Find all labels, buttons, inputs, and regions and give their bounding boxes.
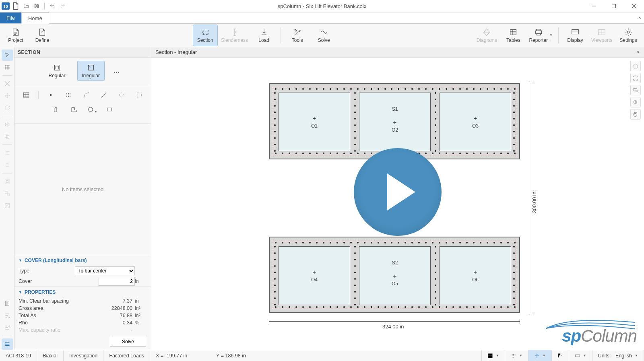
grid-tool-icon[interactable] [63, 90, 74, 100]
status-grid1-button[interactable]: ▼ [482, 350, 505, 361]
viewports-label: Viewports [591, 37, 612, 43]
cover-input[interactable] [99, 277, 135, 286]
home-view-icon[interactable] [630, 61, 641, 71]
select-tool-icon[interactable] [2, 50, 13, 61]
cover-label: Cover [19, 278, 99, 284]
solve-label: Solve [318, 37, 330, 43]
ribbon-collapse-icon[interactable] [634, 12, 644, 23]
plus-icon: + [474, 115, 477, 122]
regular-mode-button[interactable]: Regular [43, 61, 71, 81]
tab-home[interactable]: Home [21, 12, 49, 24]
minimize-button[interactable] [584, 0, 604, 12]
chevron-down-icon[interactable]: ▼ [549, 33, 553, 37]
settings-label: Settings [619, 37, 637, 43]
zoom-in-icon[interactable] [630, 85, 641, 95]
circle-points-tool-icon[interactable] [116, 90, 127, 100]
point-tool-icon[interactable] [45, 90, 56, 100]
hatch-icon [2, 200, 13, 211]
status-grid2-button[interactable]: ▼ [505, 350, 528, 361]
tab-file[interactable]: File [0, 12, 21, 23]
svg-point-44 [513, 354, 514, 355]
svg-rect-18 [54, 65, 60, 70]
maximize-button[interactable] [604, 0, 624, 12]
svg-point-43 [512, 354, 513, 355]
reporter-button[interactable]: Reporter ▼ [527, 25, 554, 46]
opening-o1: + O1 [279, 93, 350, 151]
canvas-menu-icon[interactable]: ▼ [636, 50, 640, 54]
status-units-button[interactable]: Units: English ▼ [592, 350, 644, 361]
load-button[interactable]: Load [252, 25, 277, 46]
cover-section-header[interactable]: ▼ COVER (Longitudinal bars) [14, 255, 151, 266]
dimension-width-label: 324.00 in [382, 324, 405, 330]
close-button[interactable] [624, 0, 644, 12]
zoom-center-icon[interactable] [630, 97, 641, 107]
shape-tool-icon[interactable] [51, 105, 62, 114]
more-modes-button[interactable]: … [111, 67, 122, 74]
property-row: Min. Clear bar spacing7.37in [14, 297, 151, 305]
svg-rect-20 [23, 93, 29, 97]
display-button[interactable]: Display [563, 25, 588, 46]
play-button[interactable] [354, 148, 442, 236]
status-snap-button[interactable] [552, 350, 569, 361]
define-button[interactable]: Define [30, 25, 55, 46]
app-icon[interactable]: sp [2, 2, 10, 10]
status-layout-button[interactable]: ▼ [569, 350, 592, 361]
tables-label: Tables [506, 37, 520, 43]
plus-icon: + [313, 268, 316, 275]
svg-point-35 [120, 93, 124, 97]
panel-toggle-icon[interactable] [2, 338, 13, 350]
project-button[interactable]: Project [3, 25, 28, 46]
svg-rect-1 [202, 30, 208, 34]
status-precision-button[interactable]: ▼ [528, 350, 552, 361]
table-tool-icon[interactable] [21, 90, 32, 100]
copy-icon [2, 131, 13, 142]
solve-button[interactable]: Solve [312, 25, 336, 46]
svg-point-45 [515, 354, 516, 355]
status-code: ACI 318-19 [0, 350, 37, 361]
svg-point-30 [70, 96, 70, 97]
svg-rect-0 [612, 4, 616, 8]
quick-access-toolbar: sp [0, 2, 67, 10]
settings-button[interactable]: Settings [616, 25, 641, 46]
undo-icon[interactable] [48, 2, 57, 10]
solid-s2-label: S2 [392, 260, 398, 266]
tools-button[interactable]: Tools [285, 25, 310, 46]
rect-tool-icon[interactable] [104, 105, 115, 114]
notes-icon[interactable] [2, 298, 13, 309]
section-button[interactable]: Section [193, 25, 218, 46]
regular-label: Regular [48, 73, 65, 78]
properties-section-header[interactable]: ▼ PROPERTIES [14, 287, 151, 297]
new-file-icon[interactable] [11, 2, 20, 10]
redo-icon[interactable] [58, 2, 67, 10]
grid-tool-icon[interactable] [2, 62, 13, 73]
dimension-height [529, 83, 529, 313]
property-value: 76.88 [99, 313, 135, 318]
solve-action-button[interactable]: Solve [110, 337, 146, 347]
dimension-width [269, 321, 520, 322]
canvas[interactable]: + O1 S1 + O2 + O3 x [151, 58, 644, 350]
svg-point-2 [203, 31, 204, 31]
window-title: spColumn - Six Lift Elevator Bank.colx [278, 3, 366, 9]
fit-view-icon[interactable] [630, 73, 641, 83]
sort-desc-icon[interactable] [2, 310, 13, 321]
opening-o5-label: O5 [392, 281, 398, 287]
sort-asc-icon[interactable] [2, 322, 13, 333]
line-tool-icon[interactable] [98, 90, 109, 100]
save-icon[interactable] [32, 2, 41, 10]
status-coord-y: Y = 186.98 in [211, 350, 252, 361]
svg-point-4 [203, 33, 204, 33]
cover-section: ▼ COVER (Longitudinal bars) Type To bar … [14, 255, 151, 287]
property-value: 22848.00 [99, 305, 135, 311]
tables-button[interactable]: Tables [501, 25, 526, 46]
open-file-icon[interactable] [22, 2, 31, 10]
arc-tool-icon[interactable] [80, 90, 92, 100]
circle-tool-icon[interactable]: ▾ [86, 105, 97, 114]
rect-points-tool-icon[interactable] [134, 90, 145, 100]
irregular-mode-button[interactable]: Irregular [77, 61, 105, 81]
pan-icon[interactable] [630, 109, 641, 120]
property-key: Gross area [19, 305, 99, 311]
cover-type-select[interactable]: To bar center [75, 266, 135, 275]
property-value: 7.37 [99, 298, 135, 304]
poly-tool-icon[interactable] [68, 105, 80, 114]
load-label: Load [258, 37, 269, 43]
